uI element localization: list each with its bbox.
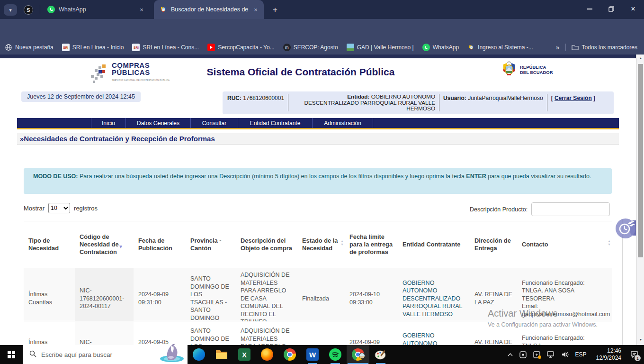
nav-item-administracion[interactable]: Administración (312, 118, 373, 128)
taskbar-spotify[interactable] (324, 345, 347, 364)
moodle-icon: m (283, 44, 291, 51)
bookmark-item[interactable]: Ingreso al Sistema -... (467, 44, 533, 51)
paint-icon (375, 349, 387, 360)
taskbar-chrome[interactable] (278, 345, 301, 364)
scroll-down-icon[interactable]: ▼ (637, 338, 644, 341)
sort-both-icon: ▲▼ (340, 239, 344, 246)
tray-app-icon[interactable] (519, 351, 527, 358)
scroll-up-icon[interactable]: ▲ (637, 56, 644, 60)
bookmark-item[interactable]: SRI SRI en Línea - Inicio (62, 44, 124, 51)
tray-update-icon[interactable] (533, 351, 540, 358)
bookmarks-overflow-button[interactable]: » (556, 44, 560, 51)
bookmark-label: SRI en Línea - Cons... (143, 44, 199, 51)
page-scrollbar[interactable]: ▲ ▼ (636, 55, 644, 345)
restore-button[interactable] (600, 0, 622, 18)
taskbar-firefox[interactable] (256, 345, 278, 364)
tab-whatsapp[interactable]: WhatsApp × (42, 0, 150, 19)
column-header-entidad[interactable]: Entidad Contratante (398, 221, 470, 268)
cell-provincia: SANTO DOMINGO DE LOS TSACHILAS - SANTO D… (186, 268, 236, 329)
edge-icon (193, 348, 205, 361)
language-indicator[interactable]: ESP (575, 351, 587, 358)
pinned-tab[interactable]: S (23, 4, 34, 16)
column-header-descripcion[interactable]: Descripción del Objeto de compra (236, 221, 297, 268)
nav-item-consultar[interactable]: Consultar (190, 118, 238, 128)
all-bookmarks-button[interactable]: Todos los marcadores (572, 44, 637, 51)
network-icon[interactable] (547, 351, 555, 358)
clock-date: 12/9/2024 (596, 355, 621, 362)
entity-value: GOBIERNO AUTONOMO DESCENTRALIZADO PARROQ… (304, 93, 435, 112)
minimize-button[interactable] (579, 0, 600, 18)
bookmark-item[interactable]: m SERCOP: Agosto (283, 44, 338, 51)
cell-entidad: GOBIERNO AUTONOMO DESCENTRALIZADO PARROQ… (398, 268, 470, 329)
cell-estado (297, 321, 345, 345)
taskbar-file-explorer[interactable] (210, 345, 233, 364)
browser-toolbar: ← → compraspublicas.gob.ec/ProcesoContra… (0, 19, 644, 40)
logo-tagline: SERVICIO NACIONAL DE CONTRATACIÓN PÚBLIC… (112, 77, 170, 84)
sort-desc-icon: ▼ (118, 243, 123, 251)
nav-item-datos-generales[interactable]: Datos Generales (125, 118, 190, 128)
bookmark-item[interactable]: WhatsApp (422, 44, 459, 51)
ecuador-crest-icon (160, 6, 167, 13)
taskbar-excel[interactable]: X (233, 345, 256, 364)
nav-item-inicio[interactable]: Inicio (91, 118, 125, 128)
tab-search-button[interactable]: ▾ (4, 4, 17, 16)
compras-publicas-logo: COMPRAS PÚBLICAS SERVICIO NACIONAL DE CO… (90, 62, 170, 84)
column-header-provincia[interactable]: Provincia - Cantón (186, 221, 236, 268)
product-filter-input[interactable] (531, 202, 610, 216)
column-header-estado[interactable]: Estado de la Necesidad▲▼ (297, 221, 345, 268)
republic-line1: REPÚBLICA (520, 64, 553, 70)
cell-entidad: GOBIERNO AUTONOMO (398, 321, 470, 345)
column-header-codigo[interactable]: Código de Necesidad de Contratación▼ (75, 221, 134, 268)
taskbar-edge[interactable] (188, 345, 210, 364)
taskbar-paint[interactable] (369, 345, 392, 364)
activate-windows-hint: Ve a Configuración para activar Windows. (488, 321, 598, 328)
activate-windows-watermark: Activar Windows (488, 308, 558, 319)
bookmark-item[interactable]: GAD | Valle Hermoso | (347, 44, 414, 51)
column-header-direccion[interactable]: Dirección de Entrega (470, 221, 517, 268)
taskbar-search[interactable] (23, 345, 188, 364)
tab-buscador-active[interactable]: Buscador de Necesidades de Co × (154, 0, 264, 19)
column-header-fecha-publicacion[interactable]: Fecha de Publicación (134, 221, 186, 268)
close-icon: × (631, 5, 635, 13)
table-header-row: Tipo de Necesidad Código de Necesidad de… (24, 221, 612, 268)
cell-codigo: NIC- (75, 321, 134, 345)
search-highlight-dolphin-icon[interactable] (157, 343, 187, 364)
column-header-tipo[interactable]: Tipo de Necesidad (24, 221, 75, 268)
cell-contacto: Funcionario Encargado: TNLGA. ANA SOSA T… (517, 268, 612, 329)
taskbar-chrome-profile[interactable] (347, 345, 369, 364)
cell-fecha-limite: 2024-09-09 (345, 321, 398, 345)
tray-expand-button[interactable] (508, 353, 513, 356)
user-field: Usuario: JuntaParroquialValleHermoso (443, 95, 543, 101)
nav-item-entidad-contratante[interactable]: Entidad Contratante (238, 118, 312, 128)
close-tab-icon[interactable]: × (251, 5, 260, 14)
pinned-site-icon: S (24, 5, 33, 15)
taskbar-word[interactable]: W (301, 345, 324, 364)
pixel-mosaic-icon (90, 63, 109, 83)
bookmark-item[interactable]: SercopCapacita - Yo... (207, 44, 274, 51)
start-button[interactable] (0, 345, 23, 364)
scrollbar-thumb[interactable] (638, 64, 643, 257)
logout-link[interactable]: [ Cerrar Sesión ] (551, 95, 595, 101)
floating-timer-widget[interactable] (613, 216, 636, 244)
windows-logo-icon (8, 351, 15, 358)
new-tab-button[interactable]: + (269, 4, 281, 16)
taskbar-clock[interactable]: 12:46 12/9/2024 (596, 347, 621, 362)
close-tab-icon[interactable]: × (137, 5, 146, 14)
bookmark-item[interactable]: SRI SRI en Línea - Cons... (132, 44, 199, 51)
action-center-button[interactable]: 1 (626, 345, 642, 364)
close-window-button[interactable]: × (622, 0, 644, 18)
records-per-page-select[interactable]: 10 (48, 203, 70, 213)
volume-icon[interactable] (562, 351, 569, 358)
tab-title: Buscador de Necesidades de Co (171, 6, 248, 13)
cell-fecha-publicacion: 2024-09-05 (134, 321, 186, 345)
column-header-fecha-limite[interactable]: Fecha límite para la entrega de proforma… (345, 221, 398, 268)
word-icon: W (306, 348, 319, 361)
taskbar-search-input[interactable] (41, 351, 145, 358)
column-header-contacto[interactable]: Contacto▲▼ (517, 221, 612, 268)
sri-icon: SRI (62, 44, 70, 51)
bookmarks-divider (565, 44, 566, 51)
show-label: Mostrar (24, 205, 45, 212)
bookmark-label: Ingreso al Sistema -... (478, 44, 533, 51)
bookmark-item[interactable]: Nueva pestaña (5, 44, 54, 51)
user-label: Usuario: (443, 95, 466, 101)
